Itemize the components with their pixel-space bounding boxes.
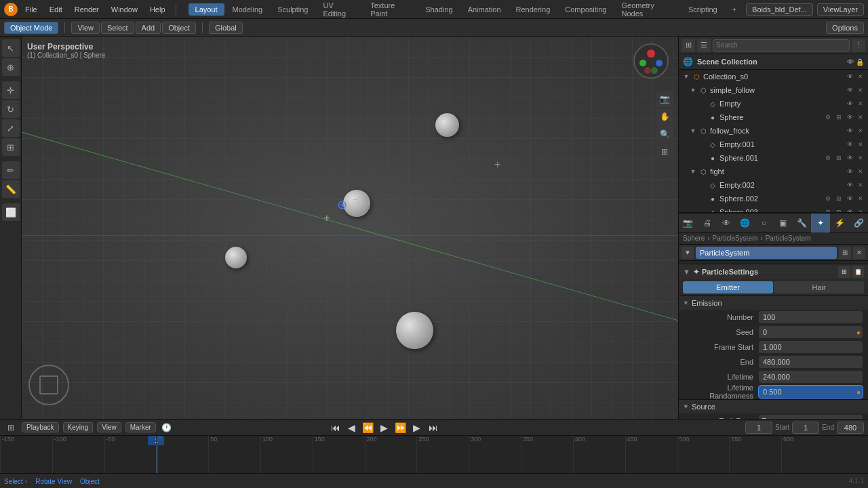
tab-shading[interactable]: Shading: [418, 3, 459, 16]
tree-item-empty-002[interactable]: ◇ Empty.002 👁 ✕: [679, 178, 868, 192]
tl-prev-keyframe[interactable]: ◀: [344, 420, 359, 435]
ps-copy-btn[interactable]: ⊞: [839, 247, 851, 259]
transform-orientation[interactable]: Global: [209, 22, 243, 34]
col-vis-icon[interactable]: 👁: [845, 72, 854, 81]
prop-icon-modifiers[interactable]: 🔧: [792, 214, 811, 232]
sph-vis-icon[interactable]: 👁: [845, 113, 854, 122]
tree-item-collection-s0[interactable]: ▼ ⬡ Collection_s0 👁 ✕: [679, 70, 868, 83]
prop-icon-object[interactable]: ▣: [774, 214, 793, 232]
ps-delete-btn[interactable]: ✕: [853, 247, 865, 259]
tab-hair[interactable]: Hair: [774, 281, 864, 293]
tl-current-frame[interactable]: [745, 422, 772, 434]
sph-extra1[interactable]: ⚙: [823, 113, 833, 122]
tab-rendering[interactable]: Rendering: [509, 3, 557, 16]
prop-icon-render[interactable]: 📷: [679, 214, 698, 232]
tab-texture-paint[interactable]: Texture Paint: [363, 0, 417, 20]
object-menu[interactable]: Object: [162, 22, 196, 34]
tab-compositing[interactable]: Compositing: [558, 3, 613, 16]
source-header[interactable]: ▼ Source: [679, 400, 868, 413]
tl-view-btn[interactable]: View: [97, 422, 121, 432]
tl-menu-icon[interactable]: ⊞: [4, 421, 18, 434]
outliner-search[interactable]: [713, 39, 850, 52]
viewport[interactable]: User Perspective (1) Collection_s0 | Sph…: [22, 37, 678, 419]
prop-icon-physics[interactable]: ⚡: [830, 214, 849, 232]
s2-extra2[interactable]: ⊞: [834, 194, 844, 203]
vp-layer-icon[interactable]: ⊞: [656, 144, 673, 160]
tool-cursor[interactable]: ⊕: [2, 58, 20, 76]
tl-jump-end[interactable]: ⏭: [426, 420, 441, 435]
s3-vis-icon[interactable]: 👁: [845, 207, 854, 212]
particle-settings-section[interactable]: ▼ ✦ ParticleSettings ⊞ 📋: [679, 264, 868, 279]
sc-lock-icon[interactable]: 🔒: [856, 58, 864, 66]
prop-end-value[interactable]: 480.000: [759, 356, 863, 368]
s1-extra2[interactable]: ⊞: [834, 153, 844, 163]
e2-vis-icon[interactable]: 👁: [845, 180, 854, 190]
tab-scripting[interactable]: Scripting: [682, 3, 724, 16]
select-menu[interactable]: Select: [101, 22, 134, 34]
outliner-view-btn[interactable]: ☰: [697, 39, 711, 52]
prop-icon-view[interactable]: 👁: [717, 214, 736, 232]
tl-keying-btn[interactable]: Keying: [63, 422, 94, 432]
tool-annotate[interactable]: ✏: [2, 161, 20, 179]
e1-vis-icon[interactable]: 👁: [845, 140, 854, 149]
outliner-filter-btn[interactable]: ⊞: [682, 39, 695, 52]
tree-item-empty[interactable]: ◇ Empty 👁 ✕: [679, 97, 868, 110]
tl-playback-btn[interactable]: Playback: [22, 422, 59, 432]
tl-next-keyframe[interactable]: ▶: [410, 420, 425, 435]
tab-emitter[interactable]: Emitter: [683, 281, 773, 293]
ps-name-field[interactable]: [696, 247, 837, 259]
tool-select[interactable]: ↖: [2, 39, 20, 57]
tool-measure[interactable]: 📏: [2, 180, 20, 198]
e-vis-icon[interactable]: 👁: [845, 99, 854, 108]
s1-vis-icon[interactable]: 👁: [845, 153, 854, 163]
s1-extra1[interactable]: ⚙: [823, 153, 833, 163]
tool-add-obj[interactable]: ⬜: [2, 203, 20, 221]
s3-hide-icon[interactable]: ✕: [856, 207, 865, 212]
menu-window[interactable]: Window: [106, 4, 142, 15]
ff-vis-icon[interactable]: 👁: [845, 126, 854, 136]
tree-arrow-collection-s0[interactable]: ▼: [682, 72, 691, 81]
tab-add[interactable]: +: [726, 3, 743, 16]
tab-layout[interactable]: Layout: [189, 3, 224, 16]
fight-vis-icon[interactable]: 👁: [845, 167, 854, 176]
tl-start-frame[interactable]: [792, 422, 819, 434]
sf-hide-icon[interactable]: ✕: [856, 85, 865, 95]
tl-jump-start[interactable]: ⏮: [328, 420, 343, 435]
engine-selector[interactable]: Boids_bld_Def...: [746, 3, 813, 16]
prop-lifetime-value[interactable]: 240.000: [759, 371, 863, 383]
ps-expand-btn[interactable]: ▼: [682, 247, 694, 259]
sf-vis-icon[interactable]: 👁: [845, 85, 854, 95]
tab-geometry-nodes[interactable]: Geometry Nodes: [614, 0, 679, 20]
viewport-gizmo[interactable]: [631, 43, 671, 84]
tree-arrow-follow-frock[interactable]: ▼: [688, 126, 698, 136]
fight-hide-icon[interactable]: ✕: [856, 167, 865, 176]
tool-scale[interactable]: ⤢: [2, 119, 20, 137]
ps-settings-browse[interactable]: 📋: [852, 266, 864, 278]
add-menu[interactable]: Add: [136, 22, 161, 34]
e2-hide-icon[interactable]: ✕: [856, 180, 865, 190]
view-menu[interactable]: View: [71, 22, 100, 34]
tree-item-simple-follow[interactable]: ▼ ⬡ simple_follow 👁 ✕: [679, 83, 868, 97]
s3-extra1[interactable]: ⚙: [823, 207, 833, 212]
tree-arrow-simple-follow[interactable]: ▼: [688, 85, 698, 95]
prop-frame-start-value[interactable]: 1.000: [759, 341, 863, 353]
s1-hide-icon[interactable]: ✕: [856, 153, 865, 163]
prop-number-value[interactable]: 100: [759, 311, 863, 323]
prop-lifetime-rand-value[interactable]: 0.500 ●: [759, 386, 863, 398]
vp-hand-icon[interactable]: ✋: [656, 108, 673, 125]
prop-icon-world[interactable]: ○: [755, 214, 774, 232]
prop-icon-constraints[interactable]: 🔗: [849, 214, 868, 232]
tl-prev-frame[interactable]: ⏪: [361, 420, 376, 435]
s2-vis-icon[interactable]: 👁: [845, 194, 854, 203]
ff-hide-icon[interactable]: ✕: [856, 126, 865, 136]
s3-extra2[interactable]: ⊞: [834, 207, 844, 212]
tree-arrow-fight[interactable]: ▼: [688, 167, 698, 176]
options-btn[interactable]: Options: [826, 22, 864, 34]
tl-end-frame[interactable]: [837, 422, 864, 434]
tab-sculpting[interactable]: Sculpting: [271, 3, 315, 16]
tree-item-fight[interactable]: ▼ ⬡ fight 👁 ✕: [679, 165, 868, 178]
tree-item-sphere-003[interactable]: ● Sphere.003 ⚙ ⊞ 👁 ✕: [679, 205, 868, 212]
sc-hide-icon[interactable]: 👁: [847, 58, 854, 66]
prop-icon-output[interactable]: 🖨: [698, 214, 717, 232]
ps-settings-copy[interactable]: ⊞: [838, 266, 850, 278]
